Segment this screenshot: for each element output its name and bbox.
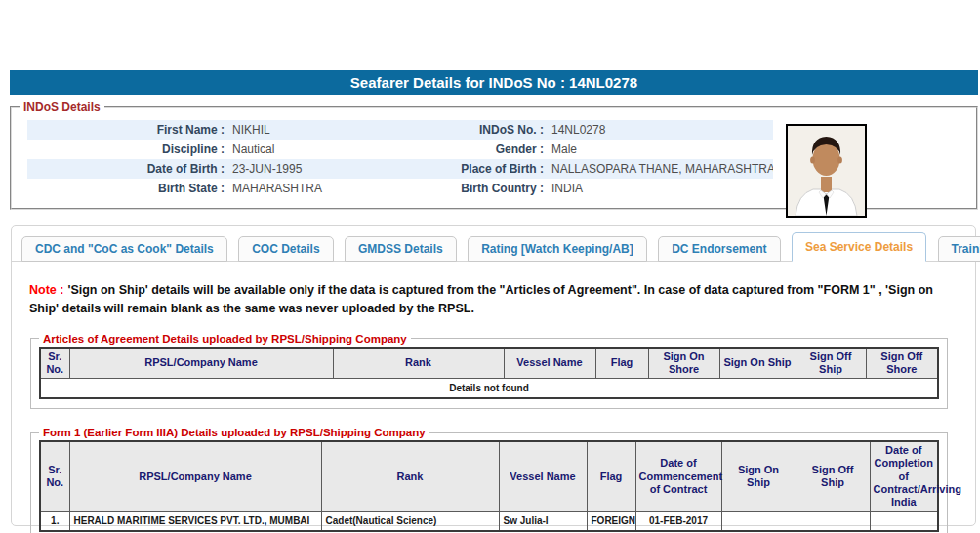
note-prefix: Note : <box>29 283 63 297</box>
cell-flag: FOREIGN <box>587 512 635 532</box>
tab-dc-endorsement[interactable]: DC Endorsement <box>658 236 780 262</box>
col-sign-off-shore: Sign Off Shore <box>866 348 938 379</box>
seafarer-photo <box>786 124 867 218</box>
form1-table: Sr. No. RPSL/Company Name Rank Vessel Na… <box>39 440 939 532</box>
cell-sr-no: 1. <box>40 512 69 532</box>
indos-no-label: INDoS No. : <box>397 120 544 140</box>
tab-sea-service-details[interactable]: Sea Service Details <box>792 232 926 262</box>
col-sign-off-ship: Sign Off Ship <box>796 441 870 511</box>
detail-row: Discipline : Nautical Gender : Male <box>27 140 773 159</box>
col-sign-on-ship: Sign On Ship <box>721 441 796 511</box>
indos-no-value: 14NL0278 <box>551 120 773 140</box>
cell-completion <box>870 512 938 532</box>
col-sign-off-ship: Sign Off Ship <box>796 348 866 379</box>
col-vessel: Vessel Name <box>499 441 587 511</box>
table-header-row: Sr. No. RPSL/Company Name Rank Vessel Na… <box>40 348 938 379</box>
tab-cdc-and-coc-as-cook-details[interactable]: CDC and "CoC as Cook" Details <box>21 236 227 262</box>
discipline-label: Discipline : <box>27 140 225 159</box>
cell-rank: Cadet(Nautical Science) <box>321 512 499 532</box>
articles-legend: Articles of Agreement Details uploaded b… <box>39 333 411 345</box>
note-text: 'Sign on Ship' details will be available… <box>29 283 933 315</box>
form1-legend: Form 1 (Earlier Form IIIA) Details uploa… <box>39 427 429 438</box>
birth-country-value: INDIA <box>551 179 773 198</box>
detail-row: First Name : NIKHIL INDoS No. : 14NL0278 <box>27 120 773 140</box>
gender-label: Gender : <box>397 140 544 159</box>
detail-row: Birth State : MAHARASHTRA Birth Country … <box>27 179 773 198</box>
form1-section: Form 1 (Earlier Form IIIA) Details uploa… <box>30 427 948 533</box>
tab-strip: CDC and "CoC as Cook" Details COC Detail… <box>12 226 975 262</box>
birth-state-value: MAHARASHTRA <box>232 179 397 198</box>
tab-panel: CDC and "CoC as Cook" Details COC Detail… <box>11 226 976 526</box>
col-sr-no: Sr. No. <box>40 441 69 511</box>
birth-country-label: Birth Country : <box>397 179 544 198</box>
place-of-birth-label: Place of Birth : <box>397 159 544 179</box>
empty-row: Details not found <box>40 379 938 399</box>
articles-of-agreement-section: Articles of Agreement Details uploaded b… <box>30 333 948 409</box>
tab-training-details[interactable]: Training Details <box>938 236 980 262</box>
col-rank: Rank <box>321 441 499 511</box>
col-flag: Flag <box>595 348 648 379</box>
tab-coc-details[interactable]: COC Details <box>238 236 333 262</box>
page-title: Seafarer Details for INDoS No : 14NL0278 <box>10 70 978 95</box>
tab-gmdss-details[interactable]: GMDSS Details <box>345 236 457 262</box>
col-rank: Rank <box>333 348 504 379</box>
tab-rating-watch-keeping-ab[interactable]: Rating [Watch Keeping/AB] <box>468 236 647 262</box>
birth-state-label: Birth State : <box>27 179 225 198</box>
indos-details-section: INDoS Details First Name : NIKHIL INDoS … <box>10 101 978 210</box>
page: Seafarer Details for INDoS No : 14NL0278… <box>0 70 980 533</box>
col-company: RPSL/Company Name <box>69 441 321 511</box>
indos-details-legend: INDoS Details <box>20 101 104 114</box>
col-flag: Flag <box>587 441 635 511</box>
table-row: 1. HERALD MARITIME SERVICES PVT. LTD., M… <box>40 512 938 532</box>
gender-value: Male <box>551 140 773 159</box>
cell-company: HERALD MARITIME SERVICES PVT. LTD., MUMB… <box>69 512 321 532</box>
col-completion: Date of Completion of Contract/Arriving … <box>870 441 938 511</box>
place-of-birth-value: NALLASOPARA THANE, MAHARASHTRA <box>551 159 773 179</box>
col-sign-on-shore: Sign On Shore <box>648 348 719 379</box>
col-sr-no: Sr. No. <box>40 348 69 379</box>
cell-commencement: 01-FEB-2017 <box>635 512 721 532</box>
col-company: RPSL/Company Name <box>69 348 333 379</box>
table-header-row: Sr. No. RPSL/Company Name Rank Vessel Na… <box>40 441 938 511</box>
indos-details-grid: First Name : NIKHIL INDoS No. : 14NL0278… <box>12 114 773 198</box>
first-name-value: NIKHIL <box>232 120 397 140</box>
first-name-label: First Name : <box>27 120 225 140</box>
discipline-value: Nautical <box>232 140 397 159</box>
col-vessel: Vessel Name <box>504 348 595 379</box>
note: Note :'Sign on Ship' details will be ava… <box>29 281 958 319</box>
col-sign-on-ship: Sign On Ship <box>719 348 796 379</box>
date-of-birth-label: Date of Birth : <box>27 159 225 179</box>
detail-row: Date of Birth : 23-JUN-1995 Place of Bir… <box>27 159 773 179</box>
col-commencement: Date of Commencement of Contract <box>635 441 721 511</box>
articles-table: Sr. No. RPSL/Company Name Rank Vessel Na… <box>39 347 939 399</box>
cell-sign-on-ship <box>721 512 796 532</box>
empty-message: Details not found <box>40 379 938 399</box>
cell-vessel: Sw Julia-I <box>499 512 587 532</box>
date-of-birth-value: 23-JUN-1995 <box>232 159 397 179</box>
cell-sign-off-ship <box>796 512 870 532</box>
